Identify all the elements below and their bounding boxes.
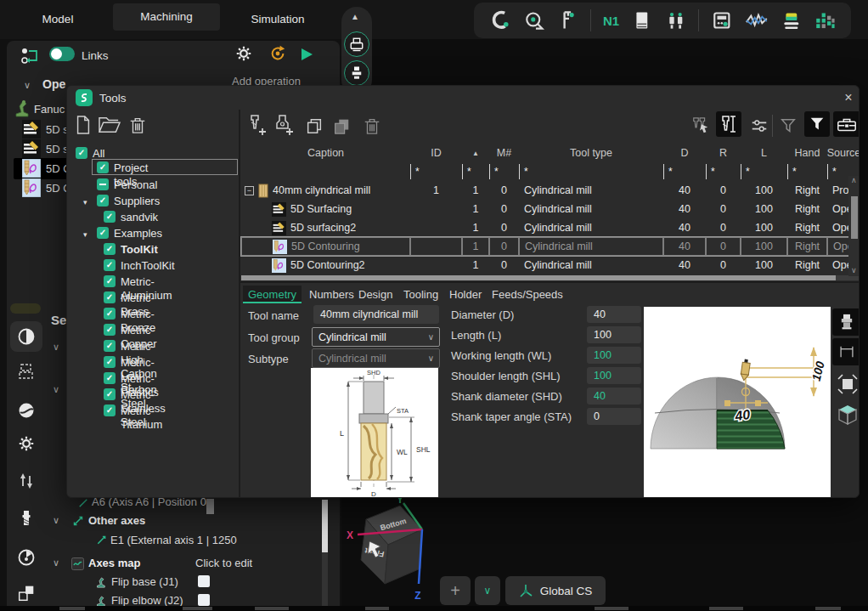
machine-head-button-1[interactable] <box>344 31 369 57</box>
tab-feeds-speeds[interactable]: Feeds/Speeds <box>492 286 563 303</box>
tab-model[interactable]: Model <box>15 6 100 33</box>
tab-numbers[interactable]: Numbers <box>309 286 354 303</box>
table-row[interactable]: 5D Surfacing 1 0 Cylindrical mill 40 0 1… <box>241 200 860 218</box>
connectors-icon[interactable] <box>665 9 687 31</box>
delete-library-button[interactable] <box>128 115 147 135</box>
tab-geometry[interactable]: Geometry <box>243 286 302 303</box>
checkbox-checked[interactable]: ✓ <box>104 259 116 271</box>
filter-cell[interactable]: * <box>462 164 489 179</box>
rebuild-icon[interactable] <box>268 44 287 63</box>
param-input[interactable]: 40 <box>587 388 641 405</box>
col-hand[interactable]: Hand <box>787 144 827 162</box>
operations-header[interactable]: Ope <box>42 77 65 91</box>
caliper-icon[interactable] <box>556 9 578 31</box>
table-vscrollbar-thumb[interactable] <box>851 196 858 239</box>
dial-button[interactable] <box>16 547 37 568</box>
checkbox-checked[interactable]: ✓ <box>104 211 116 223</box>
panel-vscrollbar-track[interactable] <box>322 500 328 606</box>
table-row[interactable]: − 40mm cilyndrical mill 1 1 0 Cylindrica… <box>241 181 860 200</box>
checkbox-checked[interactable]: ✓ <box>104 324 116 336</box>
open-library-button[interactable] <box>98 115 121 135</box>
col-l[interactable]: L <box>741 144 787 162</box>
filter-cell[interactable]: * <box>663 164 706 179</box>
filter-cell[interactable]: * <box>787 164 827 179</box>
add-holder-button[interactable] <box>274 114 295 137</box>
axes-map-chevron-icon[interactable]: ∨ <box>53 557 59 569</box>
scroll-up-icon[interactable]: ∧ <box>851 176 857 184</box>
copy-tool-button[interactable] <box>305 116 324 135</box>
panel-scrollbar-thumb[interactable] <box>206 499 214 514</box>
filter-active-toggle[interactable] <box>804 111 830 137</box>
table-vscrollbar[interactable]: ∧ ∨ <box>848 176 860 276</box>
operation-machine-label[interactable]: Fanuc <box>34 103 65 116</box>
swap-direction-button[interactable] <box>16 471 37 491</box>
machine-head-button-2[interactable] <box>344 60 369 86</box>
tool-group-select[interactable]: Cylindrical mill∨ <box>312 327 440 347</box>
table-row[interactable]: 5D surfacing2 1 0 Cylindrical mill 40 0 … <box>241 218 860 237</box>
display-options-button[interactable] <box>750 116 769 135</box>
checkbox-checked[interactable]: ✓ <box>104 308 116 320</box>
checkbox-partial[interactable] <box>97 178 109 190</box>
rail-selected-button[interactable] <box>10 321 42 352</box>
checkbox-checked[interactable]: ✓ <box>104 340 116 352</box>
arrange-button[interactable] <box>16 583 37 603</box>
checkbox-checked[interactable]: ✓ <box>76 147 87 159</box>
tool-button[interactable] <box>16 508 37 529</box>
col-type[interactable]: Tool type <box>519 144 663 162</box>
tab-design[interactable]: Design <box>358 286 392 303</box>
toolbox-toggle[interactable] <box>833 111 860 137</box>
table-hscrollbar[interactable] <box>241 275 860 280</box>
checkbox-checked[interactable]: ✓ <box>97 195 109 206</box>
n1-gcode-button[interactable]: N1 <box>603 14 619 28</box>
flip-base-checkbox[interactable] <box>198 575 210 587</box>
param-input[interactable]: 100 <box>587 367 641 384</box>
add-tool-button[interactable] <box>247 114 268 137</box>
col-caption[interactable]: Caption <box>241 144 410 162</box>
table-filter-row[interactable]: * * * * * * * * * <box>241 164 860 179</box>
collapse-row-icon[interactable]: − <box>245 186 254 195</box>
filter-cell[interactable]: * <box>489 164 519 179</box>
filter-cell[interactable]: * <box>410 164 462 179</box>
col-id[interactable]: ID <box>410 144 462 162</box>
iso-view-button[interactable] <box>837 404 859 428</box>
chevron-down-icon[interactable]: ∨ <box>53 384 59 395</box>
waveform-icon[interactable] <box>745 9 769 31</box>
tool-dimensions-toggle[interactable] <box>716 111 741 137</box>
preview-shaded-toggle[interactable] <box>832 308 860 336</box>
cs-dropdown-button[interactable]: ∨ <box>475 576 500 605</box>
global-cs-button[interactable]: Global CS <box>505 576 606 605</box>
param-input[interactable]: 40 <box>587 306 641 323</box>
preview-dimensions-toggle[interactable] <box>832 338 860 365</box>
flip-elbow-checkbox[interactable] <box>198 594 210 606</box>
tool-name-input[interactable]: 40mm cilyndrical mill <box>313 305 439 324</box>
checkbox-checked[interactable]: ✓ <box>97 161 109 173</box>
sphere-button[interactable] <box>16 400 37 421</box>
filter-cell[interactable]: * <box>741 164 787 179</box>
layers-icon[interactable] <box>781 9 803 31</box>
tab-simulation[interactable]: Simulation <box>228 6 328 33</box>
col-source[interactable]: Source <box>827 144 860 162</box>
axes-map-header[interactable]: Axes map <box>88 557 140 569</box>
sort-asc-icon[interactable]: ▲ <box>462 144 489 162</box>
other-axes-header[interactable]: Other axes <box>88 514 145 527</box>
subtype-select[interactable]: Cylindrical mill∨ <box>312 348 440 368</box>
param-input[interactable]: 100 <box>587 326 641 343</box>
tab-tooling[interactable]: Tooling <box>403 286 438 303</box>
tab-holder[interactable]: Holder <box>449 286 482 303</box>
new-library-button[interactable] <box>74 115 93 135</box>
calculator-icon[interactable] <box>711 9 733 31</box>
checkbox-checked[interactable]: ✓ <box>104 356 116 368</box>
tab-machining[interactable]: Machining <box>113 3 220 31</box>
chevron-down-icon[interactable]: ∨ <box>53 342 59 353</box>
col-m[interactable]: M# <box>489 144 519 162</box>
equalizer-icon[interactable] <box>814 9 836 31</box>
close-icon[interactable]: × <box>838 88 859 108</box>
expand-icon[interactable]: ▾ <box>83 228 87 241</box>
add-cs-button[interactable]: + <box>440 576 471 605</box>
col-r[interactable]: R <box>706 144 741 162</box>
checkbox-checked[interactable]: ✓ <box>97 227 109 239</box>
measure-tape-icon[interactable] <box>523 9 545 31</box>
gear-icon[interactable] <box>234 44 253 63</box>
operations-chevron-icon[interactable]: ∨ <box>24 80 31 91</box>
other-axes-chevron-icon[interactable]: ∨ <box>53 515 59 526</box>
